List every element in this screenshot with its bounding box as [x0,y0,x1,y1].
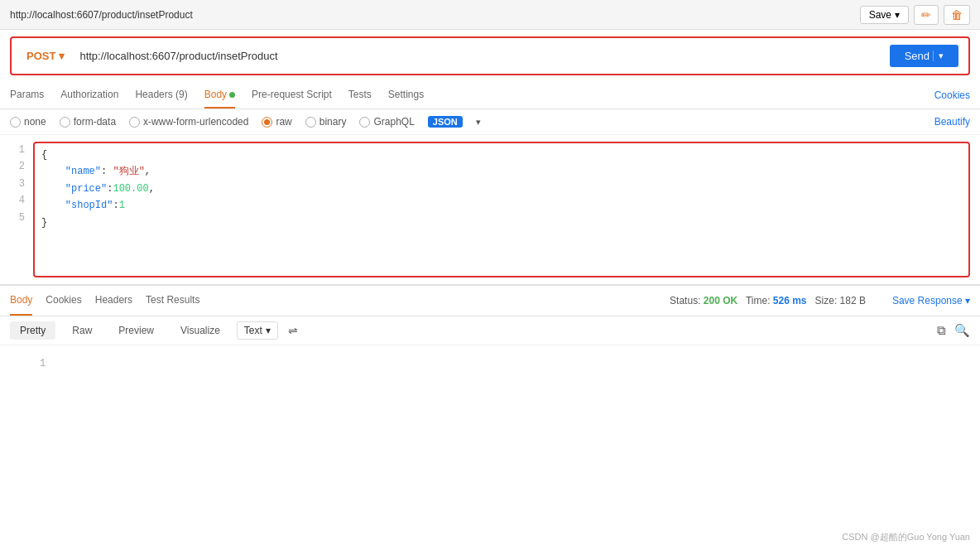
method-chevron-icon: ▾ [59,50,65,62]
resp-tab-test-results[interactable]: Test Results [146,286,199,316]
radio-graphql [359,117,370,128]
resp-line-1: 1 [40,358,46,369]
cookies-link[interactable]: Cookies [934,89,970,101]
method-select[interactable]: POST ▾ [22,46,70,65]
tab-body[interactable]: Body [204,82,235,109]
top-bar: http://localhost:6607/product/insetProdu… [0,0,980,30]
resp-tab-cookies[interactable]: Cookies [46,286,81,316]
request-bar: POST ▾ Send ▾ [10,36,970,75]
format-raw-button[interactable]: Raw [62,321,102,340]
tab-prerequest[interactable]: Pre-request Script [252,82,332,109]
beautify-link[interactable]: Beautify [934,116,970,128]
format-row: Pretty Raw Preview Visualize Text ▾ ⇌ ⧉ … [0,316,980,345]
save-button[interactable]: Save ▾ [860,6,909,24]
text-select[interactable]: Text ▾ [237,321,278,340]
json-chevron-icon[interactable]: ▾ [476,117,481,128]
top-bar-actions: Save ▾ ✏ 🗑 [860,5,970,25]
tab-settings[interactable]: Settings [388,82,424,109]
body-dot [229,92,235,98]
response-section: Body Cookies Headers Test Results Status… [0,284,980,412]
radio-binary [305,117,316,128]
save-label: Save [869,9,891,21]
json-badge[interactable]: JSON [428,116,463,128]
save-response-link[interactable]: Save Response ▾ [892,295,970,306]
search-response-button[interactable]: 🔍 [954,323,970,338]
tab-headers[interactable]: Headers (9) [135,82,187,109]
format-pretty-button[interactable]: Pretty [10,321,55,340]
response-body: 1 [0,345,980,412]
save-chevron-icon: ▾ [895,9,900,21]
option-graphql[interactable]: GraphQL [359,116,414,128]
option-raw[interactable]: raw [262,116,291,128]
send-chevron-icon: ▾ [933,51,944,61]
tab-tests[interactable]: Tests [348,82,372,109]
radio-none [10,117,21,128]
body-options-row: none form-data x-www-form-urlencoded raw… [0,109,980,135]
code-editor-section: 1 2 3 4 5 { "name": "狗业", "price":100.00… [0,135,980,284]
top-bar-url: http://localhost:6607/product/insetProdu… [10,9,193,21]
time-value: 526 ms [773,295,807,306]
text-chevron-icon: ▾ [266,325,271,336]
resp-tab-headers[interactable]: Headers [95,286,132,316]
radio-form-data [60,117,70,128]
format-preview-button[interactable]: Preview [108,321,164,340]
resp-tab-body[interactable]: Body [10,286,32,316]
method-label: POST [26,50,55,62]
tab-authorization[interactable]: Authorization [60,82,118,109]
radio-urlencoded [129,117,140,128]
tab-params[interactable]: Params [10,82,44,109]
response-actions: ⧉ 🔍 [937,323,970,338]
size-value: 182 B [840,295,866,306]
option-urlencoded[interactable]: x-www-form-urlencoded [129,116,248,128]
line-numbers: 1 2 3 4 5 [0,142,33,277]
option-form-data[interactable]: form-data [60,116,116,128]
status-value: 200 OK [704,295,737,306]
send-button[interactable]: Send ▾ [890,45,958,67]
text-label: Text [244,325,262,336]
filter-icon[interactable]: ⇌ [288,324,298,337]
request-tabs-row: Params Authorization Headers (9) Body Pr… [0,82,980,109]
edit-icon-button[interactable]: ✏ [914,5,939,25]
url-input[interactable] [76,48,882,64]
radio-raw [262,117,272,128]
response-tabs-row: Body Cookies Headers Test Results Status… [0,286,980,316]
option-binary[interactable]: binary [305,116,347,128]
delete-icon-button[interactable]: 🗑 [944,5,970,25]
response-status: Status: 200 OK Time: 526 ms Size: 182 B [670,295,866,306]
copy-response-button[interactable]: ⧉ [937,323,946,338]
send-label: Send [905,50,930,62]
format-visualize-button[interactable]: Visualize [171,321,230,340]
code-editor[interactable]: { "name": "狗业", "price":100.00, "shopId"… [33,142,970,277]
option-none[interactable]: none [10,116,46,128]
